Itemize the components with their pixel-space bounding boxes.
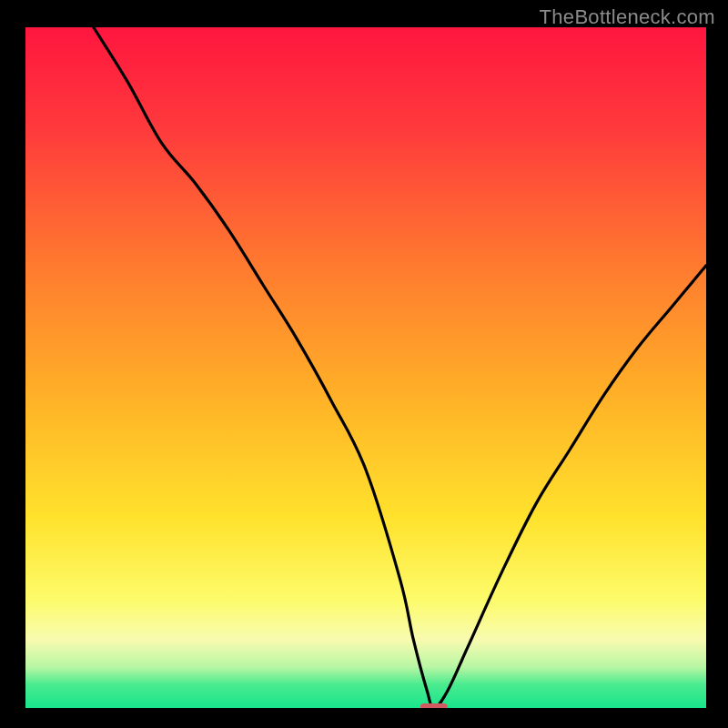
chart-frame: TheBottleneck.com (0, 0, 728, 728)
chart-plot-area (25, 27, 706, 708)
optimal-marker (420, 703, 448, 708)
watermark-text: TheBottleneck.com (540, 5, 715, 29)
gradient-background (25, 27, 706, 708)
chart-svg (25, 27, 706, 708)
